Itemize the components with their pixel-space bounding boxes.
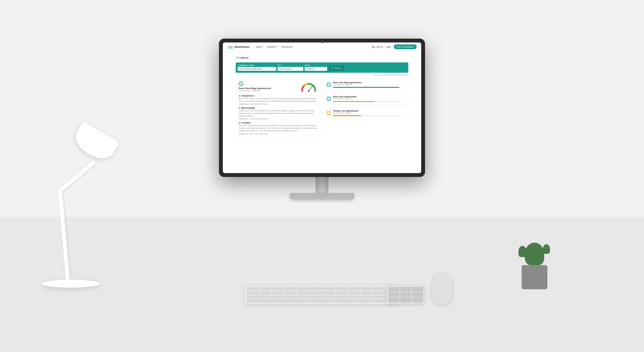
numpad-key — [412, 292, 423, 297]
key — [284, 295, 297, 299]
key — [361, 295, 373, 299]
search-icon: 🔍 — [332, 67, 334, 69]
state-input[interactable] — [305, 67, 327, 71]
website-content: RentVision About ˅ Solutions ˅ Resources… — [223, 42, 421, 173]
result-1-name: Park View Bay Apartments — [333, 81, 402, 84]
key — [259, 291, 271, 294]
result-1-chevron-icon: › — [404, 83, 405, 86]
result-card-1[interactable]: A Park View Bay Apartments San Francisco… — [324, 79, 408, 91]
cactus — [525, 243, 544, 265]
result-1-location: San Francisco, California — [333, 84, 402, 86]
state-label: STATE — [305, 64, 327, 66]
nav-login[interactable]: Login — [386, 46, 391, 48]
namescore-logo: NameScore — [236, 55, 249, 60]
search-count: 83 names scored with the NameScore optim… — [236, 74, 408, 76]
result-3-bar — [333, 115, 402, 116]
key — [335, 287, 347, 290]
desk-lamp — [16, 120, 129, 288]
criteria-3-title: 3. Location — [239, 122, 317, 124]
keyboard — [245, 285, 399, 304]
criteria-location: 3. Location Given Your community name in… — [239, 122, 317, 134]
result-3-info: Parque Vue Apartments San Francisco, Cal… — [333, 110, 402, 116]
result-2-bar-fill — [333, 101, 375, 102]
search-button[interactable]: 🔍 Search — [328, 65, 344, 71]
key — [311, 299, 332, 302]
results-layout: A Park View Bay Apartments San Francisco… — [236, 79, 408, 140]
numpad-key — [400, 298, 412, 302]
lamp-pole — [58, 191, 70, 282]
nav-link-solutions[interactable]: Solutions ˅ — [267, 46, 278, 48]
key — [259, 287, 271, 290]
keyboard-row-4 — [247, 299, 397, 302]
city-input[interactable] — [278, 67, 303, 71]
key — [322, 287, 334, 290]
result-3-bar-fill — [333, 115, 361, 116]
numpad-key — [400, 292, 412, 297]
score-detail-panel: A Park View Bay Apartments San Francisco… — [236, 79, 320, 140]
community-name-input[interactable] — [238, 67, 276, 71]
lamp-base — [42, 280, 100, 288]
lamp-head — [71, 121, 120, 164]
svg-point-3 — [308, 90, 309, 92]
criteria-3-text: Given Your community name includes the n… — [239, 125, 317, 132]
community-name-label: COMMUNITY NAME — [238, 64, 276, 66]
gauge-svg — [300, 81, 317, 93]
numpad-key — [388, 287, 400, 292]
key — [297, 291, 309, 294]
numpad-key — [388, 292, 400, 297]
criteria-1-text: We've found three or more communities in… — [239, 97, 317, 102]
nav-link-about[interactable]: About ˅ — [256, 46, 264, 48]
result-card-2[interactable]: P Park View Apartments San Francisco, Ca… — [324, 93, 408, 105]
keyboard-row-2 — [247, 291, 397, 294]
nav-links: About ˅ Solutions ˅ Resources ˅ — [256, 46, 294, 48]
key — [348, 295, 360, 299]
key — [247, 291, 259, 294]
criteria-2-suggestion: Suggestions: Some Apartment Name — [239, 118, 317, 120]
monitor-screen: RentVision About ˅ Solutions ˅ Resources… — [223, 42, 421, 173]
result-3-chevron-icon: › — [404, 112, 405, 115]
plant-pot — [522, 265, 547, 289]
nav-cta-button[interactable]: Free Consultation — [394, 44, 417, 49]
key — [360, 287, 372, 290]
result-2-bar — [333, 101, 402, 102]
monitor-stand-neck — [316, 177, 328, 193]
monitor-stand-base — [290, 193, 354, 199]
result-card-3[interactable]: C Parque Vue Apartments San Francisco, C… — [324, 107, 408, 119]
page-title: NameScore — [236, 55, 408, 60]
result-1-bar-fill — [333, 87, 399, 88]
svg-text:NameScore: NameScore — [241, 57, 249, 59]
key — [297, 295, 309, 299]
property-info: A Park View Bay Apartments San Francisco… — [239, 81, 271, 92]
key — [361, 291, 373, 294]
plant-decoration — [522, 262, 547, 289]
numpad-key — [388, 298, 400, 302]
monitor-body: RentVision About ˅ Solutions ˅ Resources… — [219, 39, 425, 177]
state-group: STATE — [305, 64, 327, 71]
nav-logo: RentVision — [227, 45, 250, 49]
result-3-avatar: C — [327, 111, 331, 115]
search-button-label: Search — [335, 67, 341, 69]
main-content: NameScore COMMUNITY NAME CITY — [223, 51, 421, 144]
result-2-name: Park View Apartments — [333, 96, 402, 98]
key — [333, 299, 354, 302]
key — [285, 291, 297, 294]
nav-link-resources[interactable]: Resources ˅ — [281, 46, 294, 48]
criteria-2-text: At least one or more of the words in you… — [239, 110, 317, 117]
property-header: A Park View Bay Apartments San Francisco… — [239, 81, 317, 93]
numeric-keypad — [386, 285, 425, 304]
community-name-group: COMMUNITY NAME — [238, 64, 276, 71]
keyboard-row-3 — [247, 295, 397, 299]
result-3-name: Parque Vue Apartments — [333, 110, 402, 112]
mouse — [431, 272, 452, 304]
result-1-info: Park View Bay Apartments San Francisco, … — [333, 81, 402, 88]
nav-call[interactable]: 📞 Call Us — [372, 46, 383, 48]
search-form: COMMUNITY NAME CITY STATE 🔍 — [236, 62, 408, 73]
keyboard-row-1 — [247, 287, 397, 290]
key — [310, 287, 322, 290]
key — [271, 295, 284, 299]
nav-right: 📞 Call Us Login Free Consultation — [372, 44, 417, 49]
key — [347, 287, 359, 290]
property-name: Park View Bay Apartments — [239, 87, 271, 90]
key-wide — [247, 295, 271, 299]
key — [335, 295, 347, 299]
